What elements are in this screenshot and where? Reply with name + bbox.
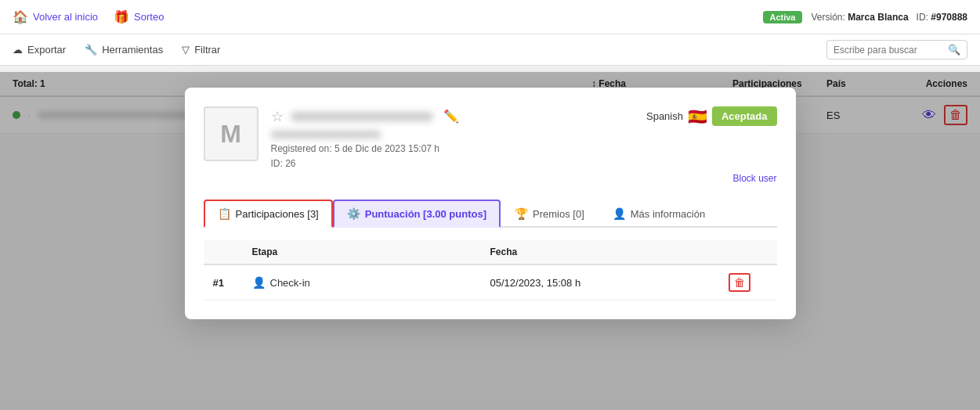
toolbar-left: ☁ Exportar 🔧 Herramientas ▽ Filtrar bbox=[13, 44, 808, 56]
inner-col-empty bbox=[213, 246, 252, 257]
back-label: Volver al inicio bbox=[33, 11, 98, 23]
tab-puntuacion-label: Puntuación [3.00 puntos] bbox=[365, 208, 486, 220]
star-icon[interactable]: ☆ bbox=[271, 108, 284, 125]
nav-left: 🏠 Volver al inicio 🎁 Sorteo bbox=[13, 9, 747, 24]
checkin-label: Check-in bbox=[270, 277, 310, 289]
nav-right: Activa Versión: Marca Blanca ID: #970888 bbox=[763, 11, 967, 23]
tab-participaciones-label: Participaciones [3] bbox=[236, 208, 319, 220]
block-user-link[interactable]: Block user bbox=[271, 173, 777, 184]
flag-icon: 🇪🇸 bbox=[688, 107, 707, 126]
checkin-cell: 👤 Check-in bbox=[252, 276, 490, 289]
export-icon: ☁ bbox=[13, 44, 23, 56]
sorteo-title: Sorteo bbox=[134, 11, 164, 23]
home-icon: 🏠 bbox=[13, 9, 28, 24]
masinfo-icon: 👤 bbox=[613, 207, 626, 220]
search-icon: 🔍 bbox=[948, 44, 960, 56]
modal-tabs: 📋 Participaciones [3] ⚙️ Puntuación [3.0… bbox=[204, 200, 777, 228]
export-label: Exportar bbox=[27, 44, 66, 56]
participaciones-icon: 📋 bbox=[218, 207, 231, 220]
lang-flag-area: Spanish 🇪🇸 Aceptada bbox=[646, 106, 777, 126]
tools-label: Herramientas bbox=[102, 44, 163, 56]
inner-col-fecha: Fecha bbox=[490, 246, 729, 257]
version-info: Versión: Marca Blanca ID: #970888 bbox=[812, 12, 968, 23]
inner-col-etapa: Etapa bbox=[252, 246, 490, 257]
search-box[interactable]: 🔍 bbox=[826, 40, 967, 59]
inner-table-row: #1 👤 Check-in 05/12/2023, 15:08 h 🗑 bbox=[204, 265, 777, 300]
tools-button[interactable]: 🔧 Herramientas bbox=[85, 44, 163, 56]
tab-participaciones[interactable]: 📋 Participaciones [3] bbox=[204, 200, 333, 228]
filter-button[interactable]: ▽ Filtrar bbox=[182, 44, 220, 56]
toolbar: ☁ Exportar 🔧 Herramientas ▽ Filtrar 🔍 bbox=[0, 34, 980, 66]
export-button[interactable]: ☁ Exportar bbox=[13, 44, 66, 56]
search-input[interactable] bbox=[834, 45, 943, 56]
registered-date: 5 de Dic de 2023 15:07 h bbox=[335, 143, 439, 154]
id-value: #970888 bbox=[931, 12, 967, 23]
user-id: ID: 26 bbox=[271, 158, 296, 169]
modal-user-top: ☆ ✏️ Spanish 🇪🇸 Aceptada bbox=[271, 106, 777, 126]
registered-label: Registered on: bbox=[271, 143, 332, 154]
avatar: M bbox=[204, 106, 259, 161]
inner-col-actions bbox=[729, 246, 768, 257]
tab-masinfo-label: Más información bbox=[631, 208, 705, 220]
puntuacion-icon: ⚙️ bbox=[347, 207, 360, 220]
inner-row-fecha: 05/12/2023, 15:08 h bbox=[490, 277, 729, 289]
filter-label: Filtrar bbox=[194, 44, 220, 56]
top-nav: 🏠 Volver al inicio 🎁 Sorteo Activa Versi… bbox=[0, 0, 980, 34]
user-name-blurred bbox=[291, 112, 432, 121]
modal-user-info: ☆ ✏️ Spanish 🇪🇸 Aceptada Registered on: … bbox=[271, 106, 777, 184]
avatar-letter: M bbox=[220, 120, 241, 149]
user-meta: Registered on: 5 de Dic de 2023 15:07 h … bbox=[271, 142, 777, 171]
version-value: Marca Blanca bbox=[848, 12, 908, 23]
person-icon: 👤 bbox=[252, 276, 266, 289]
table-area: Total: 1 ↕ Fecha Participaciones País Ac… bbox=[0, 72, 980, 410]
premios-icon: 🏆 bbox=[515, 207, 528, 220]
back-link[interactable]: 🏠 Volver al inicio bbox=[13, 9, 98, 24]
status-button[interactable]: Aceptada bbox=[712, 106, 777, 126]
tab-puntuacion[interactable]: ⚙️ Puntuación [3.00 puntos] bbox=[333, 200, 501, 228]
sorteo-link[interactable]: 🎁 Sorteo bbox=[114, 9, 164, 24]
tab-premios-label: Premios [0] bbox=[533, 208, 584, 220]
inner-table-header: Etapa Fecha bbox=[204, 240, 777, 265]
filter-icon: ▽ bbox=[182, 44, 190, 56]
language-label: Spanish bbox=[646, 110, 683, 122]
modal-header: M ☆ ✏️ Spanish 🇪🇸 Aceptada bbox=[204, 106, 777, 184]
gift-icon: 🎁 bbox=[114, 9, 129, 24]
step-number: #1 bbox=[213, 277, 252, 289]
modal: M ☆ ✏️ Spanish 🇪🇸 Aceptada bbox=[185, 88, 796, 319]
edit-icon[interactable]: ✏️ bbox=[443, 109, 459, 124]
id-label: ID: bbox=[917, 12, 928, 23]
inner-row-actions: 🗑 bbox=[729, 273, 768, 292]
status-badge: Activa bbox=[763, 11, 801, 23]
modal-overlay: M ☆ ✏️ Spanish 🇪🇸 Aceptada bbox=[0, 72, 980, 410]
user-sub-blurred bbox=[271, 131, 381, 138]
inner-delete-icon[interactable]: 🗑 bbox=[729, 273, 750, 292]
tab-masinfo[interactable]: 👤 Más información bbox=[598, 200, 719, 228]
version-label: Versión: bbox=[812, 12, 845, 23]
tab-premios[interactable]: 🏆 Premios [0] bbox=[501, 200, 598, 228]
tools-icon: 🔧 bbox=[85, 44, 97, 56]
